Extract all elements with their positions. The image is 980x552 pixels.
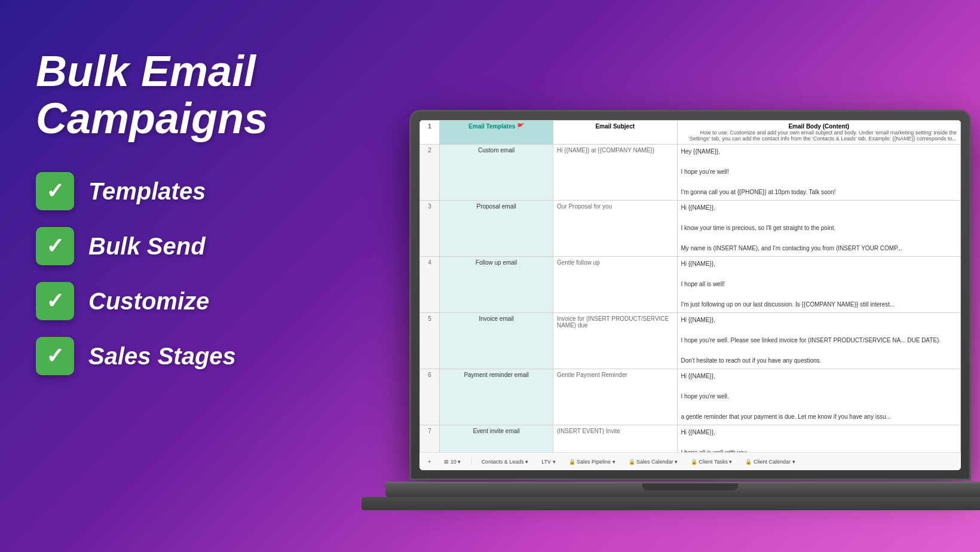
table-row: 4Follow up emailGentle follow upHi {{NAM… [420,257,961,313]
table-row: 2Custom emailHi {{NAME}} at {{COMPANY NA… [420,145,961,201]
row-num-cell: 4 [420,257,440,313]
body-line: Don't hesitate to reach out if you have … [681,356,957,365]
toolbar-sep: | [470,459,471,465]
col-template-header: Email Templates 🚩 [440,121,553,145]
body-line [681,402,957,411]
sales-calendar-tab[interactable]: 🔒 Sales Calendar ▾ [625,458,682,466]
subject-cell: Invoice for (INSERT PRODUCT/SERVICE NAME… [553,313,677,369]
body-line: I hope you're well. Please see linked in… [681,336,957,345]
body-cell: Hi {{NAME}}, I hope you're well. Please … [677,313,960,369]
left-section: Bulk Email Campaigns ✓ Templates ✓ Bulk … [36,48,406,375]
ltv-tab[interactable]: LTV ▾ [538,458,559,466]
checkmark-icon: ✓ [46,234,64,259]
laptop-screen: 1 Email Templates 🚩 Email Subject Email … [419,120,961,470]
laptop-notch [642,483,738,490]
body-cell: Hi {{NAME}}, I hope you're well. a gentl… [677,369,960,425]
laptop-body: 1 Email Templates 🚩 Email Subject Email … [409,110,971,480]
feature-item-sales-stages: ✓ Sales Stages [36,337,406,375]
body-line [681,346,957,355]
body-line: I hope you're well. [681,392,957,401]
body-line: Hi {{NAME}}, [681,428,957,437]
laptop-base [385,482,980,498]
table-row: 5Invoice emailInvoice for (INSERT PRODUC… [420,313,961,369]
body-line [681,269,957,278]
laptop-wrapper: 1 Email Templates 🚩 Email Subject Email … [376,38,980,552]
check-box-customize: ✓ [36,282,74,320]
body-cell: Hi {{NAME}}, I know your time is preciou… [677,201,960,257]
body-line: Hi {{NAME}}, [681,315,957,324]
sales-pipeline-tab[interactable]: 🔒 Sales Pipeline ▾ [565,458,619,466]
spreadsheet: 1 Email Templates 🚩 Email Subject Email … [419,120,961,470]
body-cell: Hey {{NAME}}, I hope you're well! I'm go… [677,145,960,201]
subject-cell: Our Proposal for you [553,201,677,257]
body-line [681,157,957,166]
body-header-title: Email Body (Content) [681,123,957,130]
col-num-header: 1 [420,121,440,145]
feature-item-customize: ✓ Customize [36,282,406,320]
template-name-cell: Invoice email [440,313,553,369]
body-line [681,290,957,299]
template-name-cell: Custom email [440,145,553,201]
template-name-cell: Payment reminder email [440,369,553,425]
check-box-sales-stages: ✓ [36,337,74,375]
rows-label[interactable]: ⊞ 10 ▾ [440,458,464,466]
body-line: I'm just following up on our last discus… [681,300,957,309]
checkmark-icon: ✓ [46,179,64,204]
body-line [681,438,957,447]
template-name-cell: Follow up email [440,257,553,313]
check-box-bulk-send: ✓ [36,227,74,265]
body-line [681,382,957,391]
row-num-cell: 2 [420,145,440,201]
body-line [681,177,957,186]
col-subject-header: Email Subject [553,121,677,145]
checkmark-icon: ✓ [46,289,64,314]
table-row: 3Proposal emailOur Proposal for youHi {{… [420,201,961,257]
laptop-foot [362,497,980,510]
body-line: I hope you're well! [681,167,957,176]
body-line: Hey {{NAME}}, [681,147,957,156]
body-line: Hi {{NAME}}, [681,372,957,381]
row-num-cell: 5 [420,313,440,369]
body-line: a gentle reminder that your payment is d… [681,412,957,421]
check-box-templates: ✓ [36,172,74,210]
subject-cell: Gentle Payment Reminder [553,369,677,425]
table-row: 6Payment reminder emailGentle Payment Re… [420,369,961,425]
title-line2: Campaigns [36,94,268,142]
body-how-to-text: How to use: Customize and add your own e… [681,130,957,142]
client-calendar-tab[interactable]: 🔒 Client Calendar ▾ [742,458,798,466]
subject-cell: Hi {{NAME}} at {{COMPANY NAME}} [553,145,677,201]
subject-cell: Gentle follow up [553,257,677,313]
client-tasks-tab[interactable]: 🔒 Client Tasks ▾ [687,458,736,466]
contacts-leads-tab[interactable]: Contacts & Leads ▾ [478,458,532,466]
col-body-header: Email Body (Content) How to use: Customi… [677,121,960,145]
body-line: Hi {{NAME}}, [681,203,957,212]
body-line: My name is (INSERT NAME), and I'm contac… [681,244,957,253]
feature-label-bulk-send: Bulk Send [88,233,206,260]
body-line: Hi {{NAME}}, [681,259,957,268]
features-list: ✓ Templates ✓ Bulk Send ✓ Customize ✓ Sa… [36,172,406,375]
feature-label-customize: Customize [88,288,209,315]
body-line: I know your time is precious, so I'll ge… [681,223,957,232]
checkmark-icon: ✓ [46,344,64,369]
feature-item-templates: ✓ Templates [36,172,406,210]
body-line: I'm gonna call you at {{PHONE}} at 10pm … [681,188,957,197]
title-line1: Bulk Email [36,47,256,95]
bottom-toolbar: + ⊞ 10 ▾ | Contacts & Leads ▾ LTV ▾ 🔒 Sa… [419,452,961,470]
feature-label-sales-stages: Sales Stages [88,343,236,370]
add-row-button[interactable]: + [424,458,434,466]
row-num-cell: 3 [420,201,440,257]
row-num-cell: 6 [420,369,440,425]
body-line [681,234,957,243]
feature-label-templates: Templates [88,178,206,205]
body-line: I hope all is well! [681,280,957,289]
body-line [681,326,957,335]
template-name-cell: Proposal email [440,201,553,257]
main-title: Bulk Email Campaigns [36,48,406,142]
feature-item-bulk-send: ✓ Bulk Send [36,227,406,265]
body-line [681,213,957,222]
body-cell: Hi {{NAME}}, I hope all is well! I'm jus… [677,257,960,313]
